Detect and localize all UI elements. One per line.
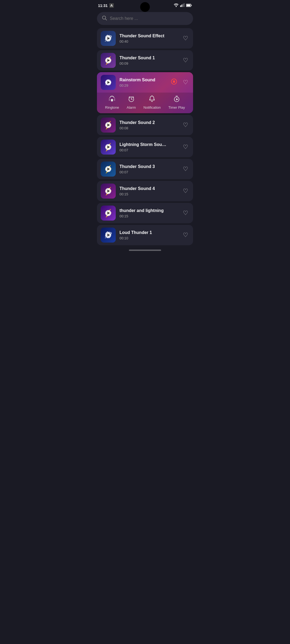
thumbnail: ⚡ <box>101 184 116 199</box>
search-bar[interactable] <box>97 12 193 25</box>
stop-button[interactable] <box>170 78 178 87</box>
sound-item-thunder-sound-3[interactable]: ⚡ Thunder Sound 3 00:07 ♡ <box>97 159 193 179</box>
sound-duration: 00:09 <box>119 61 178 65</box>
sound-duration: 00:29 <box>119 83 166 87</box>
alarm-button[interactable]: Alarm <box>127 95 136 109</box>
thumbnail: ⚡ <box>101 118 116 133</box>
play-button[interactable] <box>105 232 111 238</box>
notification-icon: A <box>109 3 114 8</box>
thumbnail: ⚡ <box>101 53 116 68</box>
svg-rect-2 <box>182 5 182 7</box>
favorite-button[interactable]: ♡ <box>182 142 189 152</box>
ringtone-label: Ringtone <box>105 105 119 109</box>
play-button[interactable] <box>105 188 111 194</box>
sound-title: Thunder Sound 4 <box>119 186 178 191</box>
play-button[interactable] <box>105 57 111 63</box>
notification-label: Notification <box>143 105 161 109</box>
thumbnail: ⛈ <box>101 31 116 46</box>
sound-duration: 00:08 <box>119 126 178 130</box>
action-row: Ringtone Alarm <box>97 93 193 113</box>
thumbnail: ⚡ <box>101 206 116 221</box>
play-button[interactable] <box>105 79 111 85</box>
sound-item-thunder-sound-2[interactable]: ⚡ Thunder Sound 2 00:08 ♡ <box>97 115 193 135</box>
sound-item-thunder-sound-4[interactable]: ⚡ Thunder Sound 4 00:15 ♡ <box>97 181 193 201</box>
sound-title: Thunder Sound Effect <box>119 34 178 38</box>
sound-info: Lightning Storm Sou… 00:07 <box>119 142 178 152</box>
sound-duration: 00:07 <box>119 170 178 174</box>
ringtone-icon <box>108 95 115 104</box>
signal-icon <box>180 3 184 8</box>
sound-item-thunder-sound-1[interactable]: ⚡ Thunder Sound 1 00:09 ♡ <box>97 50 193 71</box>
svg-rect-10 <box>173 80 175 83</box>
search-icon <box>102 15 107 22</box>
timer-play-button[interactable]: Timer Play <box>168 95 185 109</box>
play-button[interactable] <box>105 35 111 41</box>
battery-icon <box>186 3 192 8</box>
sound-title: thunder and lightning <box>119 208 178 213</box>
sound-duration: 00:07 <box>119 148 178 152</box>
sound-duration: 00:10 <box>119 236 178 240</box>
notification-button[interactable]: Notification <box>143 95 161 109</box>
sound-item-lightning-storm[interactable]: ⚡ Lightning Storm Sou… 00:07 ♡ <box>97 137 193 157</box>
play-button[interactable] <box>105 144 111 150</box>
svg-line-8 <box>105 19 107 20</box>
favorite-button[interactable]: ♡ <box>182 34 189 43</box>
notification-icon <box>148 95 155 104</box>
svg-rect-4 <box>184 3 185 7</box>
play-button[interactable] <box>105 122 111 128</box>
svg-point-0 <box>176 6 177 7</box>
thumbnail: ⚡ <box>101 140 116 155</box>
timer-play-label: Timer Play <box>168 105 185 109</box>
status-time: 11:31 <box>98 3 108 8</box>
favorite-button[interactable]: ♡ <box>182 164 189 174</box>
sound-item-rainstorm[interactable]: 🌧 Rainstorm Sound 00:29 ♡ <box>97 72 193 93</box>
sound-info: Thunder Sound 3 00:07 <box>119 164 178 174</box>
sound-item-loud-thunder-1[interactable]: ⛈ Loud Thunder 1 00:10 ♡ <box>97 225 193 245</box>
sound-title: Lightning Storm Sou… <box>119 142 178 147</box>
sound-title: Loud Thunder 1 <box>119 230 178 235</box>
sound-title: Thunder Sound 1 <box>119 56 178 60</box>
favorite-button[interactable]: ♡ <box>182 120 189 130</box>
svg-marker-26 <box>176 98 178 100</box>
play-button[interactable] <box>105 166 111 172</box>
svg-line-13 <box>109 99 110 100</box>
status-bar: 11:31 A <box>93 0 197 10</box>
thumbnail: 🌧 <box>101 75 116 90</box>
ringtone-button[interactable]: Ringtone <box>105 95 119 109</box>
sound-info: thunder and lightning 00:15 <box>119 208 178 218</box>
sound-item-rainstorm-active[interactable]: 🌧 Rainstorm Sound 00:29 ♡ <box>97 72 193 113</box>
favorite-button[interactable]: ♡ <box>182 186 189 196</box>
sound-info: Rainstorm Sound 00:29 <box>119 78 166 87</box>
alarm-icon <box>128 95 135 104</box>
sound-duration: 00:40 <box>119 39 178 43</box>
thumbnail: ⛈ <box>101 228 116 243</box>
sound-title: Rainstorm Sound <box>119 78 166 82</box>
sound-duration: 00:15 <box>119 214 178 218</box>
thumbnail: ⚡ <box>101 162 116 177</box>
svg-rect-11 <box>111 99 113 101</box>
home-indicator <box>129 250 161 251</box>
favorite-button[interactable]: ♡ <box>182 78 189 87</box>
camera-notch <box>140 2 150 12</box>
svg-rect-3 <box>183 4 183 7</box>
favorite-button[interactable]: ♡ <box>182 56 189 65</box>
svg-line-15 <box>114 99 115 100</box>
sound-info: Thunder Sound 1 00:09 <box>119 56 178 65</box>
svg-rect-6 <box>187 4 190 6</box>
timer-play-icon <box>173 95 180 104</box>
sound-item-thunder-sound-effect[interactable]: ⛈ Thunder Sound Effect 00:40 ♡ <box>97 28 193 49</box>
sound-title: Thunder Sound 2 <box>119 120 178 125</box>
sound-info: Thunder Sound 4 00:15 <box>119 186 178 196</box>
sound-list: ⛈ Thunder Sound Effect 00:40 ♡ ⚡ Thunder… <box>93 28 197 245</box>
play-button[interactable] <box>105 210 111 216</box>
alarm-label: Alarm <box>127 105 136 109</box>
search-input[interactable] <box>110 16 188 21</box>
sound-item-thunder-and-lightning[interactable]: ⚡ thunder and lightning 00:15 ♡ <box>97 203 193 223</box>
sound-title: Thunder Sound 3 <box>119 164 178 169</box>
sound-info: Thunder Sound Effect 00:40 <box>119 34 178 43</box>
favorite-button[interactable]: ♡ <box>182 208 189 218</box>
favorite-button[interactable]: ♡ <box>182 230 189 240</box>
svg-rect-1 <box>180 5 181 7</box>
wifi-icon <box>174 3 179 8</box>
sound-duration: 00:15 <box>119 192 178 196</box>
